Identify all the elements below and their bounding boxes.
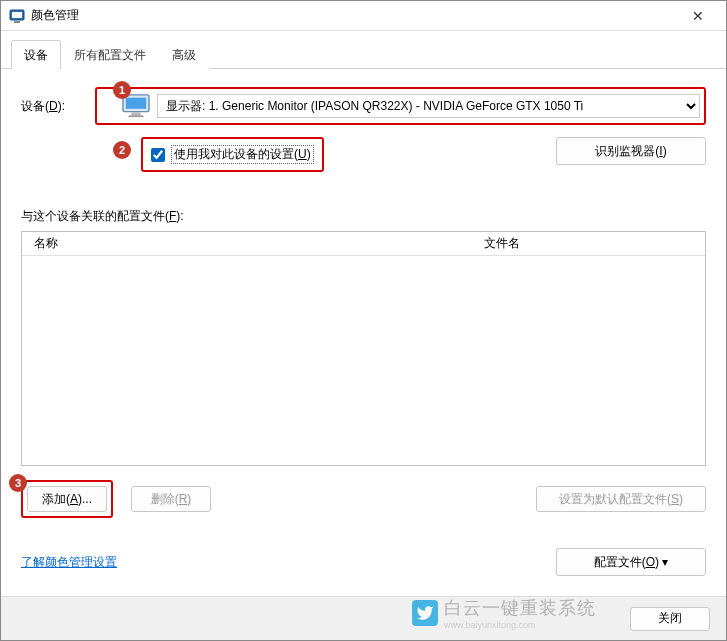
svg-rect-6 xyxy=(129,115,144,117)
identify-monitors-button[interactable]: 识别监视器(I) xyxy=(556,137,706,165)
tab-all-profiles[interactable]: 所有配置文件 xyxy=(61,40,159,69)
remove-button: 删除(R) xyxy=(131,486,211,512)
device-select[interactable]: 显示器: 1. Generic Monitor (IPASON QR322X) … xyxy=(157,94,700,118)
profiles-button[interactable]: 配置文件(O) ▾ xyxy=(556,548,706,576)
svg-rect-1 xyxy=(12,12,22,18)
associated-profiles-label: 与这个设备关联的配置文件(F): xyxy=(21,208,706,225)
tab-advanced[interactable]: 高级 xyxy=(159,40,209,69)
use-my-settings-label: 使用我对此设备的设置(U) xyxy=(171,145,314,164)
annotation-box-2: 使用我对此设备的设置(U) xyxy=(141,137,324,172)
profiles-listview[interactable]: 名称 文件名 xyxy=(21,231,706,466)
window-title: 颜色管理 xyxy=(31,7,678,24)
annotation-box-1: 显示器: 1. Generic Monitor (IPASON QR322X) … xyxy=(95,87,706,125)
set-default-button: 设置为默认配置文件(S) xyxy=(536,486,706,512)
annotation-badge-1: 1 xyxy=(113,81,131,99)
svg-rect-2 xyxy=(14,21,20,23)
app-icon xyxy=(9,8,25,24)
svg-rect-5 xyxy=(131,113,140,116)
annotation-badge-2: 2 xyxy=(113,141,131,159)
annotation-box-3: 添加(A)... xyxy=(21,480,113,518)
device-label: 设备(D): xyxy=(21,98,65,115)
close-icon[interactable]: ✕ xyxy=(678,8,718,24)
learn-color-management-link[interactable]: 了解颜色管理设置 xyxy=(21,554,117,571)
titlebar: 颜色管理 ✕ xyxy=(1,1,726,31)
listview-header: 名称 文件名 xyxy=(22,232,705,256)
dialog-footer: 关闭 xyxy=(1,596,726,640)
use-my-settings-checkbox[interactable] xyxy=(151,148,165,162)
tab-bar: 设备 所有配置文件 高级 xyxy=(1,31,726,69)
close-button[interactable]: 关闭 xyxy=(630,607,710,631)
column-filename[interactable]: 文件名 xyxy=(472,235,705,252)
device-panel: 设备(D): 1 显示器: 1. Generic Monitor (IPASON… xyxy=(1,69,726,588)
add-button[interactable]: 添加(A)... xyxy=(27,486,107,512)
tab-device[interactable]: 设备 xyxy=(11,40,61,69)
annotation-badge-3: 3 xyxy=(9,474,27,492)
svg-rect-4 xyxy=(126,98,146,109)
column-name[interactable]: 名称 xyxy=(22,235,472,252)
